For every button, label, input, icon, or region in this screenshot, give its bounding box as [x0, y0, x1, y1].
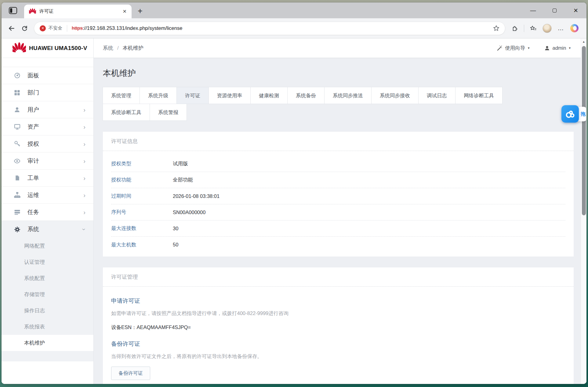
- browser-toolbar: ✕ 不安全 https://192.168.253.131/index.php/…: [2, 18, 586, 38]
- chevron-icon: ›: [83, 107, 85, 113]
- not-secure-label[interactable]: 不安全: [49, 25, 62, 31]
- apply-license-heading: 申请许可证: [111, 297, 565, 305]
- address-divider: [67, 25, 67, 32]
- scrollbar-up-icon[interactable]: ▲: [581, 40, 586, 43]
- license-info-card: 许可证信息 授权类型 试用版 授权功能 全部功能: [103, 132, 574, 256]
- tab-debug-log[interactable]: 调试日志: [418, 87, 456, 104]
- profile-avatar[interactable]: [543, 24, 552, 33]
- tab-close-icon[interactable]: ✕: [123, 9, 127, 14]
- scrollbar-thumb[interactable]: [582, 46, 586, 215]
- sidebar-item-system[interactable]: 系统 ›: [2, 221, 93, 238]
- user-icon: [14, 106, 20, 113]
- app-area: HUAWEI UMA1500-V 面板 部门: [2, 38, 586, 384]
- url-scheme-struck: https: [72, 25, 83, 31]
- device-esn-value: AEAQMAAMFF4SJPQ=: [136, 324, 191, 330]
- refresh-button[interactable]: [18, 22, 31, 35]
- sidebar-item-user[interactable]: 用户 ›: [2, 101, 93, 118]
- license-info-row-item: 最大主机数 50: [111, 237, 565, 253]
- license-info-rows: 授权类型 试用版 授权功能 全部功能 过期时间 2026-01-08: [103, 151, 574, 256]
- sidebar-item-authorization[interactable]: 授权 ›: [2, 135, 93, 152]
- wizard-label: 使用向导: [505, 45, 525, 52]
- monitor-icon: [14, 124, 20, 130]
- tab-network-diag[interactable]: 网络诊断工具: [455, 87, 503, 104]
- page-title: 本机维护: [103, 68, 574, 79]
- license-mgmt-card: 许可证管理 申请许可证 如需申请许可证，请按照产品文档指导进行申请，或拨打400…: [103, 267, 574, 384]
- wizard-menu[interactable]: 使用向导 ▾: [496, 45, 530, 52]
- favorites-button[interactable]: [527, 22, 540, 35]
- sidebar-subitem-network-config[interactable]: 网络配置: [2, 238, 93, 254]
- sidebar-item-ticket[interactable]: 工单 ›: [2, 170, 93, 187]
- refresh-icon: [21, 25, 28, 31]
- favorites-star-list-icon: [530, 25, 537, 32]
- grid-icon: [14, 89, 20, 96]
- sidebar-subitem-operation-log[interactable]: 操作日志: [2, 303, 93, 319]
- backup-license-button[interactable]: 备份许可证: [111, 367, 150, 380]
- wizard-caret-icon: ▾: [528, 46, 530, 50]
- browser-tab[interactable]: 许可证 ✕: [24, 5, 132, 18]
- backup-license-desc: 当得到有效许可证文件之后，将原有的许可证导出到本地备份保存。: [111, 353, 565, 360]
- user-caret-icon: ▾: [569, 46, 571, 50]
- bookmark-button[interactable]: [493, 25, 499, 31]
- tab-health-check[interactable]: 健康检测: [250, 87, 288, 104]
- content-tabs: 系统管理 系统升级 许可证 资源使用率 健康检测 系统备份 系统同步推送 系统: [103, 87, 546, 121]
- dashboard-icon: [14, 72, 20, 79]
- window-controls: — ✕: [522, 2, 586, 18]
- tab-license[interactable]: 许可证: [176, 87, 209, 104]
- settings-more-button[interactable]: …: [554, 22, 567, 35]
- sidebar-subitem-local-maintenance[interactable]: 本机维护: [2, 335, 93, 351]
- key-icon: [14, 141, 20, 147]
- sidebar-subitem-system-report[interactable]: 系统报表: [2, 319, 93, 335]
- sidebar-subitem-storage-mgmt[interactable]: 存储管理: [2, 286, 93, 303]
- close-button[interactable]: ✕: [565, 2, 586, 18]
- back-button[interactable]: [5, 22, 18, 35]
- extensions-button[interactable]: [508, 22, 521, 35]
- tasks-icon: [14, 209, 20, 216]
- sidebar-item-asset[interactable]: 资产 ›: [2, 118, 93, 135]
- sidebar-item-audit[interactable]: 审计 ›: [2, 152, 93, 170]
- license-mgmt-title: 许可证管理: [103, 267, 574, 287]
- gear-icon: [14, 226, 20, 233]
- netdisk-float-button[interactable]: [561, 105, 579, 123]
- sidebar-item-ops[interactable]: 运维 ›: [2, 187, 93, 204]
- chevron-icon: ›: [83, 141, 85, 147]
- not-secure-icon: ✕: [40, 25, 46, 31]
- more-icon: …: [558, 25, 564, 32]
- page-scrollbar[interactable]: ▲: [581, 38, 586, 384]
- sidebar-subitem-auth-mgmt[interactable]: 认证管理: [2, 254, 93, 270]
- sidebar-subitem-system-config[interactable]: 系统配置: [2, 270, 93, 286]
- license-info-row-item: 最大连接数 30: [111, 220, 565, 237]
- copilot-icon[interactable]: [570, 24, 579, 32]
- sidebar-item-dashboard[interactable]: 面板: [2, 67, 93, 84]
- tab-sync-push[interactable]: 系统同步推送: [324, 87, 372, 104]
- tab-system-alert[interactable]: 系统警报: [150, 104, 187, 121]
- url-text[interactable]: https://192.168.253.131/index.php/system…: [72, 25, 493, 31]
- main-area: 系统 / 本机维护 使用向导 ▾: [94, 38, 586, 384]
- chevron-icon: ›: [83, 158, 85, 164]
- toolbar-divider: [524, 25, 524, 32]
- address-bar[interactable]: ✕ 不安全 https://192.168.253.131/index.php/…: [34, 22, 505, 35]
- minimize-button[interactable]: —: [522, 2, 544, 18]
- browser-tab-strip: 许可证 ✕ + — ✕: [2, 2, 586, 18]
- tab-actions-icon[interactable]: [9, 7, 17, 14]
- app-header: 系统 / 本机维护 使用向导 ▾: [94, 38, 586, 58]
- sidebar-item-task[interactable]: 任务 ›: [2, 204, 93, 221]
- maximize-button[interactable]: [544, 2, 565, 18]
- tab-resource-usage[interactable]: 资源使用率: [209, 87, 251, 104]
- device-esn-label: 设备ESN：: [111, 324, 136, 330]
- maximize-icon: [553, 9, 557, 13]
- tab-system-upgrade[interactable]: 系统升级: [140, 87, 177, 104]
- tab-system-diag[interactable]: 系统诊断工具: [103, 104, 150, 121]
- apply-license-desc: 如需申请许可证，请按照产品文档指导进行申请，或拨打400-822-9999进行咨…: [111, 310, 565, 317]
- sidebar-item-department[interactable]: 部门: [2, 84, 93, 101]
- tab-system-backup[interactable]: 系统备份: [287, 87, 325, 104]
- breadcrumb-root[interactable]: 系统: [103, 45, 113, 52]
- magic-wand-icon: [496, 45, 502, 51]
- backup-license-heading: 备份许可证: [111, 340, 565, 348]
- sitemap-icon: [14, 192, 20, 199]
- breadcrumb-separator: /: [117, 45, 119, 51]
- license-mgmt-body: 申请许可证 如需申请许可证，请按照产品文档指导进行申请，或拨打400-822-9…: [103, 287, 574, 384]
- tab-sync-receive[interactable]: 系统同步接收: [371, 87, 419, 104]
- tab-system-mgmt[interactable]: 系统管理: [103, 87, 140, 104]
- new-tab-button[interactable]: +: [138, 7, 143, 15]
- user-menu[interactable]: admin ▾: [544, 45, 571, 51]
